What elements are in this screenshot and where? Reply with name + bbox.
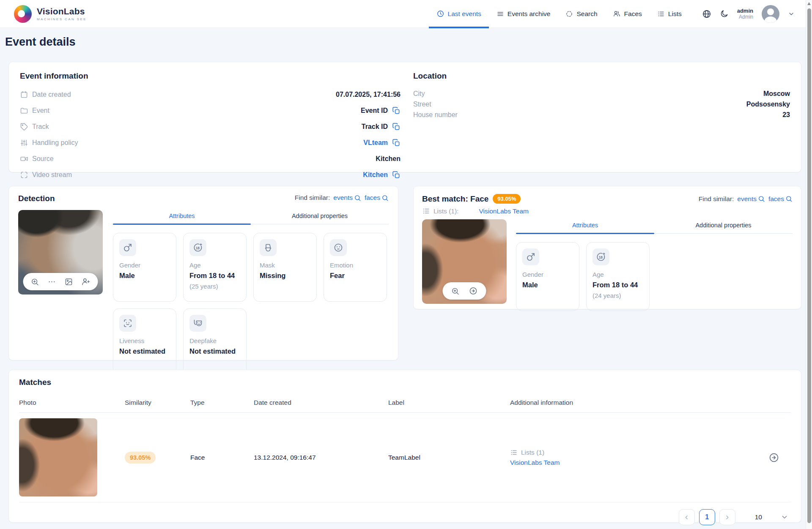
best-match-photo-toolbar (443, 282, 486, 300)
list-icon (510, 449, 518, 456)
pagination-page-1-button[interactable]: 1 (699, 509, 715, 525)
attribute-card-age: 18 Age From 18 to 44 (24 years) (586, 242, 650, 311)
nav-tab-lists[interactable]: Lists (650, 0, 689, 28)
location-title: Location (413, 71, 790, 81)
info-row-handling-policy: Handling policy VLteam (20, 137, 401, 148)
top-navigation-bar: VisionLabs MACHINES CAN SEE Last events … (0, 0, 806, 28)
find-similar-faces-link[interactable]: faces (768, 195, 793, 203)
copy-icon[interactable] (392, 123, 401, 131)
page-size-chevron-down-icon[interactable] (781, 513, 788, 521)
image-icon[interactable] (65, 278, 73, 286)
ellipsis-icon[interactable] (48, 278, 56, 286)
frame-corners-icon (20, 171, 28, 179)
tab-attributes[interactable]: Attributes (113, 210, 251, 224)
liveness-scan-icon (119, 315, 136, 332)
svg-text:18: 18 (196, 246, 200, 250)
location-row-house-number: House number 23 (413, 111, 790, 119)
find-similar-events-link[interactable]: events (737, 195, 765, 203)
matches-card: Matches Photo Similarity Type Date creat… (8, 370, 801, 523)
copy-icon[interactable] (392, 106, 401, 115)
svg-text:18: 18 (599, 255, 603, 259)
column-photo: Photo (19, 394, 125, 412)
nav-tab-search[interactable]: Search (558, 0, 605, 28)
age-18-icon: 18 (593, 248, 609, 265)
zoom-in-icon[interactable] (451, 287, 460, 295)
pagination-prev-button[interactable] (679, 509, 695, 525)
column-type: Type (190, 394, 254, 412)
attribute-card-emotion: Emotion Fear (324, 233, 387, 302)
sliders-icon (20, 139, 28, 147)
logo-subtitle: MACHINES CAN SEE (37, 17, 87, 21)
list-icon (657, 10, 665, 18)
matches-title: Matches (19, 378, 791, 387)
attribute-card-age: 18 Age From 18 to 44 (25 years) (183, 233, 247, 302)
info-label: Handling policy (32, 139, 78, 147)
copy-icon[interactable] (392, 139, 401, 147)
lists-count-label: Lists (1) (521, 449, 544, 456)
best-match-find-similar: Find similar: events faces (699, 195, 793, 203)
gender-male-icon (522, 248, 539, 265)
event-information-title: Event information (20, 71, 401, 81)
match-additional-info: Lists (1) VisionLabs Team (510, 449, 757, 466)
chevron-down-icon[interactable] (788, 11, 795, 17)
user-name: admin (737, 8, 753, 14)
info-label: Date created (32, 91, 71, 98)
nav-label: Search (576, 10, 597, 18)
copy-icon[interactable] (392, 171, 401, 179)
person-plus-icon[interactable] (82, 277, 91, 286)
match-date: 13.12.2024, 09:16:47 (254, 454, 388, 461)
best-match-photo[interactable] (422, 219, 507, 304)
globe-icon[interactable] (702, 9, 711, 19)
info-value: 07.07.2025, 17:41:56 (336, 91, 401, 98)
match-type: Face (190, 454, 254, 461)
vertical-scrollbar[interactable] (806, 0, 812, 529)
zoom-in-icon[interactable] (31, 278, 39, 286)
nav-tab-faces[interactable]: Faces (605, 0, 650, 28)
dashed-circle-icon (565, 10, 573, 18)
arrow-right-circle-icon[interactable] (768, 452, 779, 463)
best-match-similarity-badge: 93.05% (493, 194, 521, 204)
list-icon (422, 207, 430, 215)
video-stream-link[interactable]: Kitchen (363, 171, 388, 179)
scrollbar-thumb[interactable] (807, 8, 811, 523)
match-photo[interactable] (19, 418, 97, 496)
attribute-card-liveness: Liveness Not estimated (113, 308, 176, 377)
column-date-created: Date created (254, 394, 388, 412)
page-title: Event details (5, 35, 76, 49)
info-value: Track ID (362, 123, 388, 131)
nav-tab-events-archive[interactable]: Events archive (489, 0, 558, 28)
detection-photo[interactable] (18, 210, 103, 294)
calendar-icon (20, 90, 28, 99)
handling-policy-link[interactable]: VLteam (363, 139, 388, 147)
tag-icon (20, 123, 28, 131)
nav-label: Faces (624, 10, 642, 18)
lists-count-label: Lists (1): (433, 207, 458, 215)
visionlabs-logo: VisionLabs MACHINES CAN SEE (14, 5, 87, 23)
info-row-video-stream: Video stream Kitchen (20, 169, 401, 180)
nav-tab-last-events[interactable]: Last events (429, 0, 489, 28)
tab-additional-properties[interactable]: Additional properties (654, 219, 793, 233)
pagination-next-button[interactable] (719, 509, 735, 525)
info-value: Event ID (361, 107, 388, 115)
scrollbar-up-arrow[interactable] (807, 2, 811, 5)
info-row-date-created: Date created 07.07.2025, 17:41:56 (20, 89, 401, 100)
column-label: Label (388, 394, 510, 412)
matches-table-header: Photo Similarity Type Date created Label… (19, 394, 791, 413)
info-row-event: Event Event ID (20, 105, 401, 116)
nav-label: Lists (668, 10, 682, 18)
match-list-link[interactable]: VisionLabs Team (510, 459, 757, 466)
find-similar-events-link[interactable]: events (333, 194, 361, 202)
info-label: Event (32, 107, 49, 115)
moon-icon[interactable] (720, 9, 729, 18)
tab-attributes[interactable]: Attributes (516, 219, 654, 233)
avatar[interactable] (762, 5, 779, 23)
find-similar-faces-link[interactable]: faces (365, 194, 389, 202)
tab-additional-properties[interactable]: Additional properties (251, 210, 389, 224)
event-information-card: Event information Date created 07.07.202… (8, 62, 801, 172)
page-size-value: 10 (755, 513, 762, 521)
best-match-list-link[interactable]: VisionLabs Team (479, 207, 528, 215)
nav-label: Events archive (508, 10, 551, 18)
arrow-right-circle-icon[interactable] (469, 286, 478, 295)
search-icon (785, 195, 793, 202)
info-row-track: Track Track ID (20, 121, 401, 132)
